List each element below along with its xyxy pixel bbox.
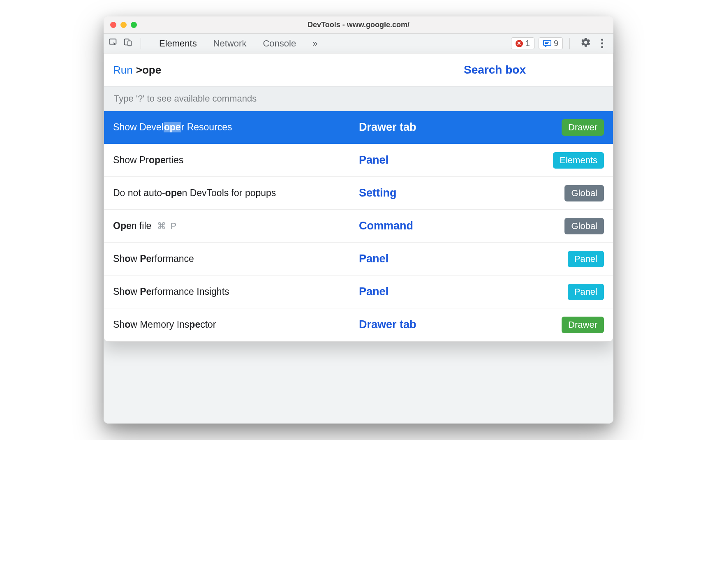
tab-console[interactable]: Console: [263, 38, 296, 49]
toggle-device-icon[interactable]: [123, 38, 132, 49]
issues-count: 9: [554, 39, 558, 48]
command-item-badge: Global: [564, 218, 604, 234]
panel-tabs: Elements Network Console »: [159, 38, 317, 49]
command-menu-panel: Run >ope Search box Type '?' to see avai…: [104, 53, 613, 342]
error-icon: ✕: [516, 40, 523, 47]
command-item[interactable]: Show PropertiesPanelElements: [104, 144, 613, 177]
command-item-label: Show Memory Inspector: [113, 319, 216, 330]
command-item[interactable]: Show Performance InsightsPanelPanel: [104, 275, 613, 308]
annotation-label: Panel: [359, 285, 389, 298]
window-title: DevTools - www.google.com/: [104, 21, 613, 29]
titlebar: DevTools - www.google.com/: [104, 16, 613, 34]
inspect-element-icon[interactable]: [109, 38, 118, 49]
minimize-window-button[interactable]: [120, 22, 127, 28]
toolbar-separator: [141, 38, 141, 49]
annotation-label: Panel: [359, 252, 389, 265]
issues-badge[interactable]: 9: [539, 37, 563, 49]
more-options-icon[interactable]: [598, 39, 606, 48]
command-item-shortcut: ⌘ P: [157, 221, 177, 231]
command-item-label: Show Performance: [113, 253, 194, 264]
tab-network[interactable]: Network: [213, 38, 247, 49]
more-tabs-icon[interactable]: »: [312, 38, 317, 49]
annotation-label: Setting: [359, 187, 397, 199]
tab-elements[interactable]: Elements: [159, 38, 197, 49]
command-search-input[interactable]: >ope: [136, 64, 161, 76]
command-item[interactable]: Do not auto-open DevTools for popupsSett…: [104, 177, 613, 210]
command-item-label: Show Developer Resources: [113, 122, 232, 133]
command-item-badge: Panel: [568, 251, 604, 267]
issues-icon: [543, 40, 551, 47]
annotation-label: Panel: [359, 154, 389, 167]
maximize-window-button[interactable]: [131, 22, 137, 28]
command-item[interactable]: Open file⌘ PCommandGlobal: [104, 210, 613, 243]
command-item-badge: Drawer: [562, 317, 604, 333]
command-item-label: Open file⌘ P: [113, 220, 177, 231]
toolbar-separator: [569, 38, 570, 49]
command-item-badge: Panel: [568, 284, 604, 300]
close-window-button[interactable]: [110, 22, 116, 28]
errors-count: 1: [525, 39, 530, 48]
command-item-label: Show Performance Insights: [113, 286, 229, 297]
settings-icon[interactable]: [576, 37, 591, 50]
command-hint: Type '?' to see available commands: [104, 86, 613, 111]
devtools-toolbar: Elements Network Console » ✕ 1 9: [104, 34, 613, 53]
annotation-search-box: Search box: [464, 63, 526, 76]
command-item[interactable]: Show Developer ResourcesDrawer tabDrawer: [104, 111, 613, 144]
command-list: Show Developer ResourcesDrawer tabDrawer…: [104, 111, 613, 341]
window-controls: [104, 22, 137, 28]
command-item-label: Show Properties: [113, 155, 183, 166]
errors-badge[interactable]: ✕ 1: [511, 37, 534, 49]
annotation-label: Command: [359, 220, 413, 232]
annotation-label: Drawer tab: [359, 318, 416, 331]
command-item-badge: Global: [564, 185, 604, 201]
svg-rect-2: [128, 41, 131, 46]
command-item-badge: Elements: [553, 152, 604, 169]
run-label: Run: [113, 64, 133, 76]
content-area: Run >ope Search box Type '?' to see avai…: [104, 53, 613, 424]
annotation-label: Drawer tab: [359, 121, 416, 134]
command-search-row[interactable]: Run >ope Search box: [104, 53, 613, 86]
command-item[interactable]: Show Memory InspectorDrawer tabDrawer: [104, 308, 613, 341]
command-item[interactable]: Show PerformancePanelPanel: [104, 243, 613, 275]
command-item-badge: Drawer: [562, 119, 604, 136]
svg-rect-3: [544, 40, 551, 45]
devtools-window: DevTools - www.google.com/ Elements Netw…: [104, 16, 613, 424]
command-item-label: Do not auto-open DevTools for popups: [113, 188, 276, 199]
